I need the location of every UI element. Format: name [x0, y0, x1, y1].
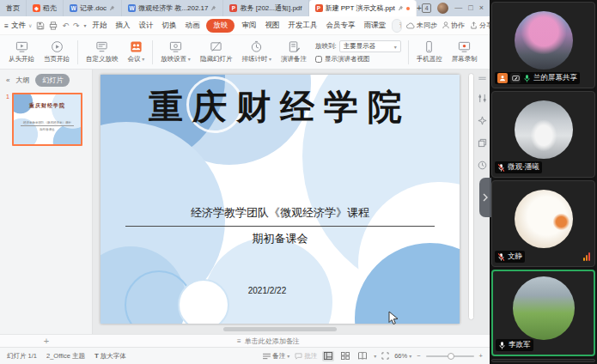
- screen-share-icon: [510, 73, 521, 83]
- normal-view-button[interactable]: [322, 351, 334, 361]
- doc-file-icon: W: [70, 4, 77, 12]
- slide-sorter-view-button[interactable]: [339, 351, 351, 361]
- effects-icon[interactable]: [478, 116, 487, 125]
- mic-muted-icon: [497, 252, 505, 262]
- split-handle-icon[interactable]: [478, 76, 486, 81]
- slide-editor[interactable]: 重庆财经学院 经济学教学团队《微观经济学》课程 期初备课会 2021/2/22: [101, 75, 460, 324]
- participant-avatar: [515, 100, 573, 159]
- screen-record-button[interactable]: 屏幕录制: [448, 39, 481, 65]
- tab-stack-icon[interactable]: 4: [422, 3, 431, 13]
- collaborate-button[interactable]: 协作: [442, 21, 465, 30]
- play-from-current-icon: [51, 40, 64, 53]
- zoom-slider-thumb[interactable]: [448, 353, 454, 360]
- tab-outline[interactable]: 大纲: [15, 76, 29, 85]
- command-search-input[interactable]: 查找命令、搜索模板: [392, 19, 402, 33]
- redo-icon[interactable]: ↷: [73, 21, 80, 30]
- tab-pdf-notice[interactable]: P 教务 [202...通知].pdf: [223, 0, 308, 16]
- undo-icon[interactable]: ↶: [62, 21, 69, 30]
- network-signal-icon: [583, 252, 590, 261]
- minimize-button[interactable]: —: [454, 4, 462, 12]
- play-from-start-icon: [15, 40, 28, 53]
- tab-docer[interactable]: ◆ 稻壳: [27, 0, 64, 16]
- slide-subtitle2-text[interactable]: 期初备课会: [101, 231, 460, 246]
- menu-developer[interactable]: 开发工具: [286, 19, 319, 33]
- menu-view[interactable]: 视图: [263, 19, 281, 33]
- phone-remote-button[interactable]: 手机遥控: [413, 39, 446, 65]
- tab-document-record[interactable]: W 记录.doc: [64, 0, 122, 16]
- menu-rain-classroom[interactable]: 雨课堂: [362, 19, 387, 33]
- zoom-in-button[interactable]: +: [479, 352, 483, 360]
- properties-icon[interactable]: [478, 94, 487, 103]
- play-from-start-button[interactable]: 从头开始: [5, 39, 38, 65]
- notes-input[interactable]: ≡ 单击此处添加备注: [93, 337, 300, 346]
- slideshow-settings-button[interactable]: 放映设置 ▾: [157, 39, 194, 65]
- statusbar: 幻灯片 1/1 2_Office 主题 T 放大字体 备注 ▾ 批注: [0, 347, 490, 364]
- collapse-panel-icon[interactable]: «: [6, 76, 9, 84]
- participant-tile-sharing[interactable]: 兰的屏幕共享: [491, 2, 595, 88]
- share-button[interactable]: 分享: [470, 21, 490, 30]
- rehearse-timing-button[interactable]: 排练计时 ▾: [238, 39, 275, 65]
- fit-slide-button[interactable]: [381, 352, 389, 360]
- menu-insert[interactable]: 插入: [113, 19, 131, 33]
- menu-review[interactable]: 审阅: [240, 19, 258, 33]
- layers-icon[interactable]: [478, 138, 487, 148]
- presenter-view-checkbox[interactable]: [315, 56, 322, 63]
- slide-title-text[interactable]: 重庆财经学院: [101, 83, 460, 130]
- menu-member[interactable]: 会员专享: [324, 19, 356, 33]
- menu-design[interactable]: 设计: [137, 19, 155, 33]
- sync-status[interactable]: 未同步: [406, 21, 437, 30]
- print-icon[interactable]: [49, 21, 58, 30]
- view-caret-icon[interactable]: ▾: [374, 353, 376, 359]
- add-slide-button[interactable]: +: [0, 337, 93, 346]
- participant-tile-partial[interactable]: [491, 359, 595, 362]
- tab-slides[interactable]: 幻灯片: [35, 74, 70, 87]
- slide-1-thumbnail[interactable]: 重庆财经学院 经济学教学团队《微观经济学》课程 期初备课会: [12, 93, 82, 146]
- tab-document-microeconomics[interactable]: W 微观经济学 教...202.17: [122, 0, 223, 16]
- slideshow-settings-icon: [169, 40, 182, 53]
- maximize-button[interactable]: □: [468, 4, 472, 12]
- file-menu[interactable]: ≡ 文件 ∨: [4, 21, 32, 31]
- hide-slide-button[interactable]: 隐藏幻灯片: [197, 39, 236, 65]
- comments-button[interactable]: 批注: [295, 352, 317, 361]
- menu-start[interactable]: 开始: [90, 19, 108, 33]
- mic-on-icon: [498, 341, 506, 350]
- play-from-current-button[interactable]: 当页开始: [40, 39, 73, 65]
- participant-tile-lizhengjun[interactable]: 李政军: [491, 270, 595, 356]
- slide-subtitle-text[interactable]: 经济学教学团队《微观经济学》课程: [125, 205, 435, 227]
- reading-view-button[interactable]: [356, 351, 369, 361]
- display-target-select[interactable]: 主要显示器 ▾: [339, 40, 401, 52]
- zoom-slider[interactable]: [426, 355, 474, 357]
- menu-transition[interactable]: 切换: [160, 19, 178, 33]
- zoom-out-button[interactable]: −: [417, 352, 420, 360]
- editor-content: « 大纲 幻灯片 1 重庆财经学院 经济学教学团队《微观经济学》课程 期初备课会: [0, 70, 490, 334]
- font-enlarge-button[interactable]: T 放大字体: [94, 352, 126, 361]
- menu-animation[interactable]: 动画: [183, 19, 201, 33]
- zoom-level[interactable]: 66% ▾: [394, 352, 411, 360]
- speaker-notes-button[interactable]: 演讲备注: [277, 39, 310, 65]
- horizontal-scrollbar[interactable]: [223, 327, 337, 331]
- comment-icon: [295, 353, 302, 360]
- timer-icon[interactable]: [478, 161, 487, 170]
- host-badge-icon: [497, 73, 508, 83]
- participant-tile-wenjing[interactable]: 文静: [491, 180, 595, 267]
- tab-home[interactable]: 首页: [0, 0, 27, 16]
- tab-ppt-active[interactable]: P 新建 PPT 演示文稿.ppt: [309, 0, 417, 16]
- notes-toggle-button[interactable]: 备注 ▾: [263, 352, 289, 361]
- user-avatar[interactable]: [437, 3, 448, 14]
- participant-tile-panxi[interactable]: 微观-潘曦: [491, 91, 595, 178]
- ribbon-divider: [408, 40, 409, 64]
- close-button[interactable]: ×: [479, 4, 484, 12]
- notes-icon: ≡: [237, 337, 241, 345]
- quick-access-caret-icon[interactable]: ▾: [83, 22, 86, 28]
- meeting-panel-collapse-handle[interactable]: [479, 178, 491, 217]
- theme-name[interactable]: 2_Office 主题: [46, 352, 85, 361]
- custom-slideshow-button[interactable]: 自定义放映: [82, 39, 122, 65]
- slide-date-text[interactable]: 2021/2/22: [101, 286, 434, 295]
- slide-thumbnail-panel: « 大纲 幻灯片 1 重庆财经学院 经济学教学团队《微观经济学》课程 期初备课会: [0, 70, 93, 334]
- participant-name: 微观-潘曦: [508, 162, 539, 173]
- new-tab-button[interactable]: +: [417, 0, 423, 16]
- menu-slideshow[interactable]: 放映: [206, 19, 235, 33]
- meeting-button[interactable]: 会议 ▾: [125, 39, 149, 65]
- save-icon[interactable]: [36, 21, 45, 30]
- vertical-scrollbar[interactable]: [468, 73, 474, 320]
